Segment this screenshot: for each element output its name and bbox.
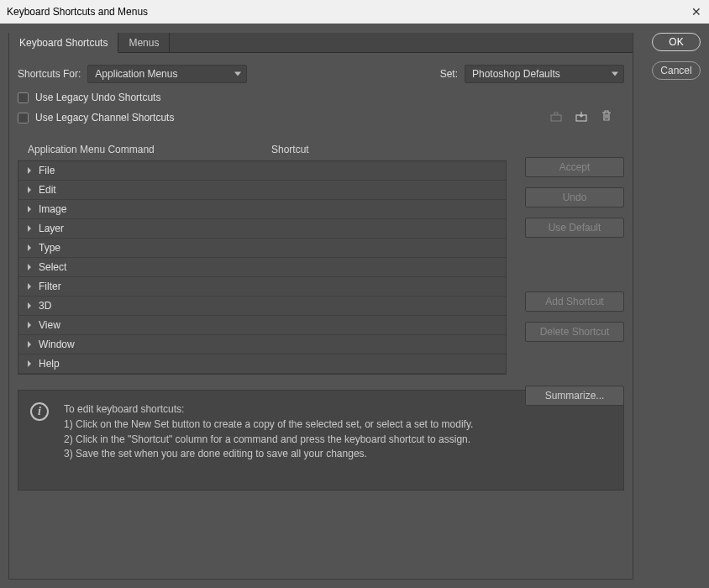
undo-button[interactable]: Undo <box>525 187 624 207</box>
chevron-down-icon <box>612 72 618 76</box>
top-controls: Shortcuts For: Application Menus Set: Ph… <box>9 53 633 83</box>
legacy-undo-checkbox[interactable] <box>18 92 29 103</box>
svg-rect-0 <box>551 115 561 121</box>
chevron-right-icon <box>25 244 34 252</box>
tree-row-image[interactable]: Image <box>18 200 506 219</box>
tab-keyboard-shortcuts[interactable]: Keyboard Shortcuts <box>9 33 118 53</box>
legacy-undo-row: Use Legacy Undo Shortcuts <box>9 83 633 103</box>
table-body: File Edit Image Layer Type Select Filter… <box>18 160 507 375</box>
chevron-right-icon <box>25 263 34 271</box>
info-line-2: 2) Click in the "Shortcut" column for a … <box>64 433 473 447</box>
chevron-right-icon <box>25 166 34 175</box>
tab-menus[interactable]: Menus <box>118 33 170 53</box>
dialog-client: Keyboard Shortcuts Menus Shortcuts For: … <box>0 24 709 588</box>
legacy-channel-checkbox[interactable] <box>18 113 29 123</box>
close-icon[interactable]: ✕ <box>691 6 702 18</box>
set-value: Photoshop Defaults <box>472 68 560 80</box>
tree-row-view[interactable]: View <box>18 316 506 335</box>
info-line-1: 1) Click on the New Set button to create… <box>64 417 473 432</box>
chevron-right-icon <box>25 205 34 213</box>
chevron-right-icon <box>25 360 34 368</box>
chevron-right-icon <box>25 340 34 349</box>
chevron-right-icon <box>25 282 34 291</box>
legacy-undo-label: Use Legacy Undo Shortcuts <box>35 92 160 103</box>
side-buttons: Accept Undo Use Default Add Shortcut Del… <box>525 157 624 406</box>
tree-row-type[interactable]: Type <box>18 239 506 258</box>
set-select[interactable]: Photoshop Defaults <box>465 65 624 83</box>
col-command: Application Menu Command <box>28 144 271 155</box>
info-line-3: 3) Save the set when you are done editin… <box>64 447 473 461</box>
add-shortcut-button[interactable]: Add Shortcut <box>525 291 624 312</box>
info-heading: To edit keyboard shortcuts: <box>64 402 473 417</box>
info-icon: i <box>30 402 49 421</box>
shortcuts-table: Application Menu Command Shortcut File E… <box>18 139 507 375</box>
delete-shortcut-button[interactable]: Delete Shortcut <box>525 322 624 342</box>
window-title: Keyboard Shortcuts and Menus <box>7 6 691 18</box>
use-default-button[interactable]: Use Default <box>525 218 624 238</box>
legacy-channel-label: Use Legacy Channel Shortcuts <box>35 112 174 123</box>
chevron-right-icon <box>25 224 34 233</box>
titlebar: Keyboard Shortcuts and Menus ✕ <box>0 0 709 24</box>
shortcuts-for-value: Application Menus <box>95 68 177 80</box>
tree-row-edit[interactable]: Edit <box>18 181 506 200</box>
tree-row-3d[interactable]: 3D <box>18 297 506 316</box>
set-label: Set: <box>440 68 458 80</box>
delete-set-icon[interactable] <box>599 108 614 123</box>
ok-button[interactable]: OK <box>652 33 701 51</box>
main-panel: Keyboard Shortcuts Menus Shortcuts For: … <box>8 33 633 580</box>
chevron-right-icon <box>25 186 34 194</box>
accept-button[interactable]: Accept <box>525 157 624 177</box>
chevron-down-icon <box>234 72 241 76</box>
tree-row-file[interactable]: File <box>18 161 506 181</box>
legacy-channel-row: Use Legacy Channel Shortcuts <box>9 103 549 123</box>
col-shortcut: Shortcut <box>271 144 507 155</box>
tree-row-layer[interactable]: Layer <box>18 219 506 239</box>
dialog-buttons: OK Cancel <box>633 33 701 580</box>
table-header: Application Menu Command Shortcut <box>18 139 507 160</box>
tree-row-select[interactable]: Select <box>18 258 506 277</box>
new-set-icon[interactable] <box>549 108 564 123</box>
set-icon-row <box>549 103 633 123</box>
info-text: To edit keyboard shortcuts: 1) Click on … <box>64 402 473 465</box>
shortcuts-for-select[interactable]: Application Menus <box>87 65 247 83</box>
chevron-right-icon <box>25 302 34 310</box>
shortcuts-for-label: Shortcuts For: <box>18 68 81 80</box>
summarize-button[interactable]: Summarize... <box>525 386 624 406</box>
tree-row-help[interactable]: Help <box>18 354 506 374</box>
tree-row-filter[interactable]: Filter <box>18 277 506 297</box>
chevron-right-icon <box>25 321 34 329</box>
tab-bar: Keyboard Shortcuts Menus <box>9 33 633 53</box>
tree-row-window[interactable]: Window <box>18 335 506 354</box>
cancel-button[interactable]: Cancel <box>652 61 701 80</box>
save-set-icon[interactable] <box>574 108 589 123</box>
